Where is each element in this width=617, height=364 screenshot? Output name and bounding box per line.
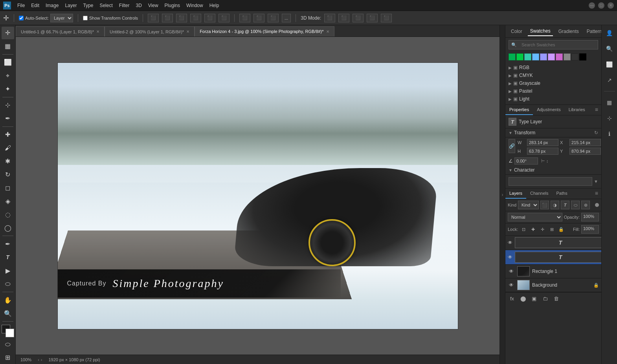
layer-captured-vis[interactable]: 👁: [508, 239, 512, 246]
menu-filter[interactable]: Filter: [119, 3, 130, 8]
filter-shape-btn[interactable]: ⬭: [571, 201, 580, 209]
close-button[interactable]: ✕: [608, 2, 614, 9]
swatches-search-input[interactable]: [519, 42, 598, 47]
prop-tab-adjustments[interactable]: Adjustments: [533, 105, 565, 115]
3d-mode-btn4[interactable]: ⬛: [367, 14, 378, 22]
dodge-tool[interactable]: ◯: [2, 221, 14, 234]
layers-kind-select[interactable]: Kind: [518, 201, 539, 209]
lock-image-btn[interactable]: ✚: [529, 225, 537, 233]
y-value[interactable]: 870.94 px: [569, 148, 601, 155]
character-section-header[interactable]: ▼ Character: [505, 166, 601, 175]
pen-tool[interactable]: ✒: [2, 238, 14, 250]
lock-position-btn[interactable]: ✛: [538, 225, 546, 233]
scroll-right-btn[interactable]: ›: [41, 357, 42, 362]
clone-tool[interactable]: ✱: [2, 155, 14, 168]
opacity-value[interactable]: 100%: [581, 213, 599, 221]
fill-value[interactable]: 100%: [581, 225, 599, 234]
distribute-v-btn[interactable]: ⬛: [253, 14, 264, 22]
layer-simple-photography[interactable]: 👁 T Simple Photography: [505, 250, 601, 265]
filter-pixel-btn[interactable]: ⬛: [540, 201, 549, 209]
more-btn[interactable]: ...: [282, 14, 291, 22]
move-tool-icon[interactable]: ✛: [3, 14, 9, 22]
align-right-btn[interactable]: ⬛: [176, 14, 187, 22]
layer-bg-vis[interactable]: 👁: [508, 282, 515, 289]
shape-tool[interactable]: ⬭: [2, 278, 14, 290]
menu-plugins[interactable]: Plugins: [165, 3, 180, 8]
eyedropper-tool[interactable]: ✒: [2, 112, 14, 125]
menu-bar[interactable]: File Edit Image Layer Type Select Filter…: [17, 3, 219, 8]
filter-type-btn[interactable]: T: [561, 201, 569, 209]
add-fx-btn[interactable]: fx: [508, 294, 516, 303]
marquee-tool[interactable]: ⬜: [2, 56, 14, 69]
layers-tab-layers[interactable]: Layers: [505, 188, 526, 199]
menu-type[interactable]: Type: [83, 3, 93, 8]
x-value[interactable]: 215.14 px: [569, 139, 601, 146]
menu-edit[interactable]: Edit: [31, 3, 39, 8]
tab-swatches[interactable]: Swatches: [528, 27, 553, 36]
tab-patterns[interactable]: Patterns: [584, 27, 601, 36]
layer-captured-by[interactable]: 👁 T Captured By: [505, 236, 601, 250]
h-value[interactable]: 63.78 px: [527, 148, 558, 155]
type-tool[interactable]: T: [2, 251, 14, 263]
bg-color[interactable]: [6, 329, 14, 337]
swatch-green1[interactable]: [509, 53, 516, 60]
tab-untitled1-close[interactable]: ✕: [96, 29, 99, 34]
prop-tab-libraries[interactable]: Libraries: [565, 105, 589, 115]
add-mask-btn[interactable]: ⬤: [519, 294, 527, 303]
3d-mode-btn3[interactable]: ⬛: [353, 14, 364, 22]
distribute-h-btn[interactable]: ⬛: [239, 14, 250, 22]
tab-gradients[interactable]: Gradients: [556, 27, 581, 36]
autoselect-checkbox[interactable]: [19, 16, 24, 20]
autoselect-select[interactable]: Layer: [50, 14, 73, 22]
panel-icon-adjust[interactable]: ⊹: [603, 112, 616, 124]
lock-all-btn[interactable]: 🔒: [557, 225, 565, 233]
group-grayscale[interactable]: ▶ ▣ Grayscale: [505, 79, 601, 87]
layers-tab-channels[interactable]: Channels: [526, 188, 552, 199]
crop-tool[interactable]: ⊹: [2, 99, 14, 112]
menu-view[interactable]: View: [148, 3, 158, 8]
healing-tool[interactable]: ✚: [2, 128, 14, 141]
tab-untitled1[interactable]: Untitled-1 @ 66.7% (Layer 1, RGB/8)* ✕: [16, 26, 105, 37]
transform-section-header[interactable]: ▼ Transform ↻: [505, 128, 601, 137]
character-dropdown-arrow[interactable]: ▼: [594, 179, 598, 184]
layers-tab-paths[interactable]: Paths: [553, 188, 571, 199]
swatch-green2[interactable]: [516, 53, 523, 60]
properties-panel-menu[interactable]: ≡: [592, 105, 601, 115]
swatch-pink[interactable]: [556, 53, 563, 60]
scroll-left-btn[interactable]: ‹: [38, 357, 39, 362]
delete-layer-btn[interactable]: 🗑: [552, 294, 560, 303]
minimize-button[interactable]: —: [589, 2, 595, 9]
align-top-btn[interactable]: ⬛: [190, 14, 201, 22]
zoom-tool[interactable]: 🔍: [2, 307, 14, 320]
panel-icon-person[interactable]: 👤: [603, 27, 616, 39]
tab-untitled2[interactable]: Untitled-2 @ 100% (Layer 1, RGB/8#)* ✕: [105, 26, 195, 37]
swatch-purple2[interactable]: [548, 53, 555, 60]
3d-mode-btn5[interactable]: ⬛: [381, 14, 392, 22]
maximize-button[interactable]: □: [598, 2, 604, 9]
new-group-btn[interactable]: ▣: [530, 294, 538, 303]
blend-mode-select[interactable]: Normal Dissolve Multiply Screen Overlay: [508, 213, 562, 221]
gradient-tool[interactable]: ◈: [2, 195, 14, 207]
group-cmyk[interactable]: ▶ ▣ CMYK: [505, 71, 601, 79]
swatch-teal[interactable]: [524, 53, 531, 60]
menu-image[interactable]: Image: [46, 3, 59, 8]
prop-tab-properties[interactable]: Properties: [505, 105, 533, 115]
tab-forza[interactable]: Forza Horizon 4 - 3.jpg @ 100% (Simple P…: [195, 26, 334, 37]
blur-tool[interactable]: ◌: [2, 208, 14, 221]
panel-icon-search[interactable]: 🔍: [603, 42, 616, 55]
menu-3d[interactable]: 3D: [136, 3, 141, 8]
eraser-tool[interactable]: ◻: [2, 181, 14, 194]
brush-tool[interactable]: 🖌: [2, 142, 14, 154]
tab-untitled2-close[interactable]: ✕: [186, 29, 189, 34]
artboard-tool[interactable]: ▦: [2, 40, 14, 53]
panel-icon-window[interactable]: ⬜: [603, 58, 616, 71]
layer-simple-vis[interactable]: 👁: [508, 254, 512, 261]
3d-mode-btn2[interactable]: ⬛: [338, 14, 349, 22]
lock-pixels-btn[interactable]: ⊡: [520, 225, 527, 233]
w-value[interactable]: 283.14 px: [527, 139, 558, 146]
layer-rect-vis[interactable]: 👁: [508, 268, 515, 275]
menu-file[interactable]: File: [17, 3, 25, 8]
angle-value[interactable]: 0.00°: [514, 157, 538, 165]
history-tool[interactable]: ↻: [2, 168, 14, 181]
swatch-gray[interactable]: [564, 53, 571, 60]
